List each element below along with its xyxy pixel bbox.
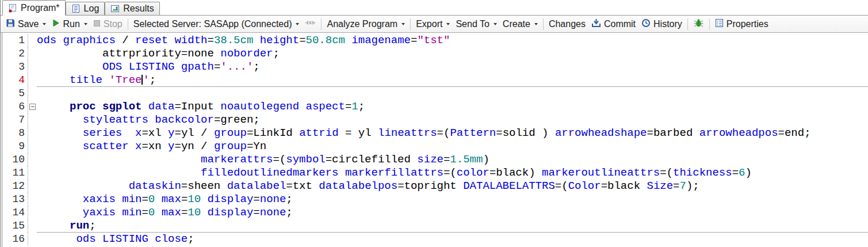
stop-button[interactable]: Stop	[90, 18, 125, 31]
code-line[interactable]: 14 yaxis min=0 max=10 display=none;	[2, 206, 868, 219]
program-icon	[8, 3, 17, 13]
line-number: 8	[2, 127, 28, 140]
history-icon	[641, 18, 651, 30]
code-line[interactable]: 3 ODS LISTING gpath='...';	[2, 60, 868, 74]
log-icon	[71, 4, 81, 13]
tab-results[interactable]: Results	[105, 2, 159, 15]
line-number: 13	[2, 193, 28, 206]
code-line[interactable]: 16 ods LISTING close;	[2, 233, 868, 246]
fold-gutter	[28, 180, 37, 193]
line-number: 12	[2, 180, 28, 193]
toolbar-separator	[709, 18, 710, 30]
code-text: attrpriority=none noborder;	[37, 47, 868, 60]
stop-icon	[93, 19, 101, 29]
chevron-down-icon	[534, 23, 538, 25]
toolbar-separator	[321, 18, 322, 30]
fold-gutter	[28, 153, 37, 166]
chevron-down-icon	[296, 23, 299, 25]
fold-gutter	[28, 233, 37, 246]
create-button[interactable]: Create	[500, 18, 541, 30]
debug-button[interactable]	[690, 17, 707, 31]
stop-label: Stop	[104, 20, 123, 29]
create-label: Create	[503, 20, 530, 29]
properties-icon	[715, 18, 724, 30]
code-line[interactable]: 12 dataskin=sheen datalabel=txt datalabe…	[2, 180, 868, 193]
tab-label: Program*	[21, 3, 60, 13]
changes-label: Changes	[549, 20, 586, 29]
properties-button[interactable]: Properties	[712, 17, 771, 31]
code-line[interactable]: 5	[2, 87, 868, 100]
code-text: filledoutlinedmarkers markerfillattrs=(c…	[37, 166, 868, 180]
line-number: 11	[2, 166, 28, 180]
server-selector[interactable]: Selected Server: SASApp (Connected)	[131, 18, 303, 30]
code-text: ods graphics / reset width=38.5cm height…	[37, 34, 868, 47]
run-icon	[52, 19, 60, 29]
code-text: dataskin=sheen datalabel=txt datalabelpo…	[37, 180, 868, 193]
changes-button[interactable]: Changes	[546, 18, 588, 30]
code-text: styleattrs backcolor=green;	[37, 113, 868, 127]
server-label: Selected Server: SASApp (Connected)	[133, 20, 292, 29]
code-line[interactable]: 8 series x=xl y=yl / group=LinkId attrid…	[2, 127, 868, 140]
code-line[interactable]: 10 markerattrs=(symbol=circlefilled size…	[2, 153, 868, 166]
code-line[interactable]: 6− proc sgplot data=Input noautolegend a…	[2, 100, 868, 113]
toolbar-separator	[410, 18, 411, 30]
fold-gutter	[28, 34, 37, 47]
line-number: 4	[2, 74, 28, 87]
code-line[interactable]: 4 title 'Tree';	[2, 74, 868, 87]
code-text: proc sgplot data=Input noautolegend aspe…	[37, 100, 868, 113]
sas-program-window: Program* Log Results Save Run Stop Selec	[0, 0, 868, 247]
line-number: 5	[2, 87, 28, 100]
code-text: ods LISTING close;	[37, 233, 868, 246]
run-button[interactable]: Run	[49, 18, 90, 31]
disconnect-button[interactable]	[302, 17, 319, 31]
fold-toggle-icon[interactable]: −	[28, 100, 37, 113]
tab-log[interactable]: Log	[66, 2, 105, 15]
line-number: 3	[2, 60, 28, 74]
commit-label: Commit	[604, 20, 636, 29]
export-label: Export	[416, 20, 442, 29]
code-line[interactable]: 15 run;	[2, 219, 868, 233]
code-line[interactable]: 11 filledoutlinedmarkers markerfillattrs…	[2, 166, 868, 180]
fold-gutter	[28, 140, 37, 153]
send-to-button[interactable]: Send To	[453, 18, 499, 30]
save-button[interactable]: Save	[3, 17, 49, 31]
analyze-program-button[interactable]: Analyze Program	[324, 18, 408, 30]
line-number: 1	[2, 34, 28, 47]
document-tabbar: Program* Log Results	[1, 0, 868, 16]
history-button[interactable]: History	[638, 17, 685, 31]
code-text: xaxis min=0 max=10 display=none;	[37, 193, 868, 206]
tab-label: Results	[123, 3, 154, 14]
analyze-label: Analyze Program	[327, 20, 397, 29]
toolbar-separator	[128, 18, 128, 30]
code-line[interactable]: 9 scatter x=xn y=yn / group=Yn	[2, 140, 868, 153]
chevron-down-icon	[402, 23, 405, 25]
code-line[interactable]: 7 styleattrs backcolor=green;	[2, 113, 868, 127]
code-text: yaxis min=0 max=10 display=none;	[37, 206, 868, 219]
toolbar-separator	[687, 18, 688, 30]
code-text	[37, 87, 868, 100]
fold-gutter	[28, 127, 37, 140]
code-line[interactable]: 13 xaxis min=0 max=10 display=none;	[2, 193, 868, 206]
chevron-down-icon	[84, 23, 87, 25]
code-editor[interactable]: 1ods graphics / reset width=38.5cm heigh…	[2, 33, 868, 247]
code-line[interactable]: 1ods graphics / reset width=38.5cm heigh…	[2, 34, 868, 47]
run-label: Run	[63, 20, 79, 29]
export-button[interactable]: Export	[413, 18, 453, 30]
tab-program[interactable]: Program*	[2, 0, 66, 16]
line-number: 6	[2, 100, 28, 113]
chevron-down-icon	[494, 23, 497, 25]
code-lines: 1ods graphics / reset width=38.5cm heigh…	[2, 34, 868, 246]
code-text: series x=xl y=yl / group=LinkId attrid =…	[37, 127, 868, 140]
commit-button[interactable]: Commit	[588, 17, 638, 31]
properties-label: Properties	[726, 20, 768, 29]
bug-icon	[693, 18, 704, 30]
code-text: markerattrs=(symbol=circlefilled size=1.…	[37, 153, 868, 166]
code-text: title 'Tree';	[37, 74, 868, 87]
code-line[interactable]: 2 attrpriority=none noborder;	[2, 47, 868, 60]
save-icon	[6, 18, 15, 30]
commit-icon	[591, 18, 601, 30]
line-number: 7	[2, 113, 28, 127]
send-to-label: Send To	[456, 20, 489, 29]
fold-gutter	[28, 60, 37, 74]
results-icon	[110, 4, 120, 13]
